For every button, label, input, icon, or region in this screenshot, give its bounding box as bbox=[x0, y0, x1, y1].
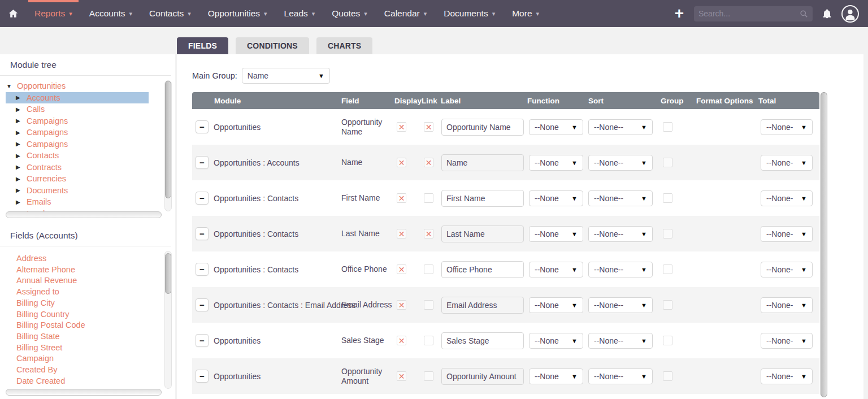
total-select[interactable]: --None-▼ bbox=[761, 297, 813, 313]
tree-item-campaigns[interactable]: ▶Campaigns bbox=[6, 115, 172, 127]
remove-field-button[interactable]: − bbox=[196, 263, 209, 276]
group-checkbox[interactable] bbox=[663, 193, 672, 203]
nav-item-more[interactable]: More▾ bbox=[504, 0, 548, 27]
remove-field-button[interactable]: − bbox=[196, 156, 209, 169]
module-tree-vertical-scrollbar[interactable] bbox=[164, 80, 172, 211]
table-vertical-scrollbar[interactable] bbox=[821, 92, 827, 397]
user-avatar-icon[interactable] bbox=[841, 5, 859, 23]
link-checkbox[interactable]: ✕ bbox=[424, 122, 433, 132]
notifications-bell-icon[interactable] bbox=[822, 8, 832, 20]
tab-conditions[interactable]: CONDITIONS bbox=[236, 37, 309, 54]
nav-item-reports[interactable]: Reports▾ bbox=[26, 0, 81, 27]
nav-item-quotes[interactable]: Quotes▾ bbox=[323, 0, 376, 27]
field-item-billing-country[interactable]: Billing Country bbox=[6, 309, 172, 320]
quick-create-button[interactable]: + bbox=[674, 6, 685, 21]
function-select[interactable]: --None▼ bbox=[529, 155, 583, 171]
search-icon[interactable] bbox=[800, 10, 808, 18]
total-select[interactable]: --None-▼ bbox=[761, 262, 813, 277]
tree-item-currencies[interactable]: ▶Currencies bbox=[6, 173, 172, 185]
nav-item-calendar[interactable]: Calendar▾ bbox=[376, 0, 435, 27]
field-item-date-created[interactable]: Date Created bbox=[6, 376, 172, 387]
function-select[interactable]: --None▼ bbox=[529, 190, 583, 206]
nav-item-opportunities[interactable]: Opportunities▾ bbox=[199, 0, 276, 27]
remove-field-button[interactable]: − bbox=[196, 120, 209, 133]
display-checkbox[interactable]: ✕ bbox=[397, 122, 406, 132]
field-item-campaign[interactable]: Campaign bbox=[6, 353, 172, 365]
tab-charts[interactable]: CHARTS bbox=[316, 37, 373, 54]
remove-field-button[interactable]: − bbox=[196, 192, 209, 205]
group-checkbox[interactable] bbox=[663, 264, 672, 274]
link-checkbox[interactable]: ✕ bbox=[424, 158, 433, 167]
link-checkbox[interactable] bbox=[424, 193, 433, 203]
tree-item-contracts[interactable]: ▶Contracts bbox=[6, 162, 172, 174]
tree-item-documents[interactable]: ▶Documents bbox=[6, 185, 172, 197]
display-checkbox[interactable]: ✕ bbox=[397, 158, 406, 167]
link-checkbox[interactable] bbox=[424, 264, 433, 274]
remove-field-button[interactable]: − bbox=[196, 227, 209, 240]
sort-select[interactable]: --None--▼ bbox=[588, 297, 653, 313]
tree-item-emails[interactable]: ▶Emails bbox=[6, 196, 172, 208]
label-input[interactable] bbox=[441, 332, 524, 349]
sort-select[interactable]: --None--▼ bbox=[588, 190, 653, 206]
label-input[interactable] bbox=[441, 225, 524, 242]
nav-item-leads[interactable]: Leads▾ bbox=[276, 0, 324, 27]
display-checkbox[interactable]: ✕ bbox=[397, 300, 406, 310]
total-select[interactable]: --None-▼ bbox=[761, 333, 813, 349]
total-select[interactable]: --None-▼ bbox=[761, 368, 813, 384]
nav-item-documents[interactable]: Documents▾ bbox=[435, 0, 504, 27]
nav-item-accounts[interactable]: Accounts▾ bbox=[81, 0, 141, 27]
sort-select[interactable]: --None--▼ bbox=[588, 119, 653, 135]
total-select[interactable]: --None-▼ bbox=[761, 226, 813, 242]
label-input[interactable] bbox=[441, 368, 524, 385]
group-checkbox[interactable] bbox=[663, 158, 672, 167]
tree-item-opportunities[interactable]: ▼Opportunities bbox=[6, 80, 172, 92]
group-checkbox[interactable] bbox=[663, 371, 672, 381]
field-item-annual-revenue[interactable]: Annual Revenue bbox=[6, 275, 172, 287]
display-checkbox[interactable]: ✕ bbox=[397, 371, 406, 381]
sort-select[interactable]: --None--▼ bbox=[588, 155, 653, 171]
link-checkbox[interactable] bbox=[424, 371, 433, 381]
field-item-billing-postal-code[interactable]: Billing Postal Code bbox=[6, 320, 172, 331]
remove-field-button[interactable]: − bbox=[196, 334, 209, 347]
display-checkbox[interactable]: ✕ bbox=[397, 193, 406, 203]
total-select[interactable]: --None-▼ bbox=[761, 190, 813, 206]
label-input[interactable] bbox=[441, 261, 524, 278]
tree-item-campaigns[interactable]: ▶Campaigns bbox=[6, 138, 172, 150]
label-input[interactable] bbox=[441, 190, 524, 207]
function-select[interactable]: --None▼ bbox=[529, 262, 583, 277]
total-select[interactable]: --None-▼ bbox=[761, 119, 813, 135]
main-group-select[interactable]: Name ▼ bbox=[242, 68, 330, 84]
remove-field-button[interactable]: − bbox=[196, 370, 209, 383]
fields-vertical-scrollbar[interactable] bbox=[164, 251, 172, 389]
field-item-assigned-to[interactable]: Assigned to bbox=[6, 287, 172, 298]
sort-select[interactable]: --None--▼ bbox=[588, 262, 653, 277]
function-select[interactable]: --None▼ bbox=[529, 333, 583, 349]
tree-item-calls[interactable]: ▶Calls bbox=[6, 103, 172, 115]
field-item-billing-city[interactable]: Billing City bbox=[6, 298, 172, 309]
display-checkbox[interactable]: ✕ bbox=[397, 229, 406, 238]
link-checkbox[interactable]: ✕ bbox=[424, 229, 433, 238]
nav-item-contacts[interactable]: Contacts▾ bbox=[141, 0, 199, 27]
fields-horizontal-scrollbar[interactable] bbox=[6, 389, 162, 396]
label-input[interactable] bbox=[441, 154, 524, 171]
group-checkbox[interactable] bbox=[663, 122, 672, 132]
total-select[interactable]: --None-▼ bbox=[761, 155, 813, 171]
tab-fields[interactable]: FIELDS bbox=[177, 37, 228, 54]
field-item-alternate-phone[interactable]: Alternate Phone bbox=[6, 264, 172, 276]
field-item-billing-state[interactable]: Billing State bbox=[6, 331, 172, 342]
function-select[interactable]: --None▼ bbox=[529, 226, 583, 242]
remove-field-button[interactable]: − bbox=[196, 298, 209, 311]
home-button[interactable] bbox=[0, 8, 26, 19]
tree-item-contacts[interactable]: ▶Contacts bbox=[6, 150, 172, 162]
field-item-address[interactable]: Address bbox=[6, 253, 172, 264]
display-checkbox[interactable]: ✕ bbox=[397, 336, 406, 345]
sort-select[interactable]: --None--▼ bbox=[588, 333, 653, 349]
label-input[interactable] bbox=[441, 119, 524, 136]
function-select[interactable]: --None▼ bbox=[529, 368, 583, 384]
tree-item-accounts[interactable]: ▶Accounts bbox=[6, 92, 149, 104]
link-checkbox[interactable] bbox=[424, 300, 433, 310]
group-checkbox[interactable] bbox=[663, 229, 672, 238]
function-select[interactable]: --None▼ bbox=[529, 297, 583, 313]
group-checkbox[interactable] bbox=[663, 300, 672, 310]
search-input[interactable] bbox=[698, 9, 796, 18]
